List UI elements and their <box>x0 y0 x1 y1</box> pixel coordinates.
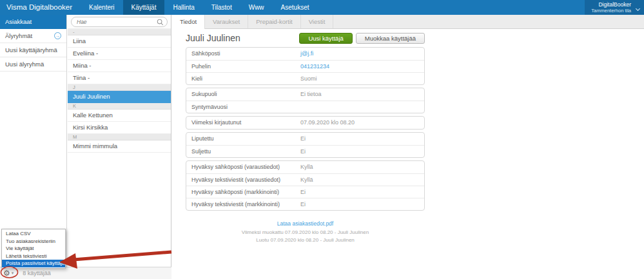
field-label: Syntymävuosi <box>186 101 300 113</box>
list-section-header: J <box>68 84 171 91</box>
menu-item-vie-kayttajat[interactable]: Vie käyttäjät <box>2 245 65 253</box>
new-user-button[interactable]: Uusi käyttäjä <box>299 33 352 44</box>
gear-icon: ⚙ <box>3 269 10 277</box>
field-group: LiputettuEiSuljettuEi <box>186 132 425 158</box>
sidebar-item-alyryhmat[interactable]: Älyryhmät→ <box>0 29 66 43</box>
field-label: Puhelin <box>186 61 300 72</box>
tab-viestit[interactable]: Viestit <box>301 15 334 28</box>
nav-item-asetukset[interactable]: Asetukset <box>273 0 318 15</box>
field-label: Hyväksy tekstiviestit (varaustiedot) <box>186 174 300 186</box>
circle-arrow-icon[interactable]: → <box>54 32 61 39</box>
field-row: Puhelin041231234 <box>186 60 424 72</box>
tab-varaukset[interactable]: Varaukset <box>205 15 248 28</box>
chevron-down-icon <box>636 6 640 11</box>
tab-bar: TiedotVarauksetPrepaid-kortitViestit <box>172 15 644 29</box>
field-row: Hyväksy sähköposti (markkinointi)Ei <box>186 186 424 198</box>
list-item-liina[interactable]: Liina <box>68 35 171 48</box>
menu-item-laheta-tekstiviesti[interactable]: Lähetä tekstiviesti <box>2 253 65 260</box>
field-value: Ei <box>300 198 306 210</box>
main-panel: TiedotVarauksetPrepaid-kortitViestit Juu… <box>172 15 644 279</box>
navbar-spacer <box>318 0 585 15</box>
field-value-link[interactable]: 041231234 <box>300 61 329 72</box>
field-value: Ei <box>300 186 306 198</box>
nav-item-kalenteri[interactable]: Kalenteri <box>81 0 122 15</box>
main-menu: KalenteriKäyttäjätHallintaTilastotWwwAse… <box>81 0 317 15</box>
field-label: Hyväksy sähköposti (varaustiedot) <box>186 161 300 173</box>
search-input-wrapper <box>71 17 168 27</box>
modified-line: Viimeksi muokattu 07.09.2020 klo 08.20 -… <box>186 229 425 236</box>
sidebar-item-label: Uusi käyttäjäryhmä <box>5 46 57 53</box>
field-group: SukupuoliEi tietoaSyntymävuosi <box>186 88 425 113</box>
tab-tiedot[interactable]: Tiedot <box>172 15 205 29</box>
field-group: Sähköpostij@j.fiPuhelin041231234KieliSuo… <box>186 47 425 85</box>
menu-item-poista-passiiviset-kayttajat[interactable]: Poista passiiviset käyttäjät <box>2 260 65 267</box>
list-section-header: - <box>68 29 171 35</box>
page-title: Juuli Juulinen <box>186 33 299 43</box>
field-row: Sähköpostij@j.fi <box>186 48 424 60</box>
gear-menu-button[interactable]: ⚙ ▾ <box>3 269 14 277</box>
field-group: Viimeksi kirjautunut07.09.2020 klo 08.20 <box>186 116 425 130</box>
account-name: DigitalBooker <box>591 1 631 8</box>
field-label: Sukupuoli <box>186 88 300 101</box>
list-section-header: K <box>68 103 171 110</box>
list-item-juuli-juulinen[interactable]: Juuli Juulinen <box>68 91 171 103</box>
detail-footer: Lataa asiakastiedot.pdf Viimeksi muokatt… <box>186 216 425 244</box>
nav-item-hallinta[interactable]: Hallinta <box>164 0 202 15</box>
field-row: SukupuoliEi tietoa <box>186 88 424 101</box>
field-value: Kyllä <box>300 174 313 186</box>
field-value: 07.09.2020 klo 08.20 <box>300 117 355 129</box>
field-label: Liputettu <box>186 133 300 145</box>
field-row: Hyväksy sähköposti (varaustiedot)Kyllä <box>186 161 424 173</box>
user-list-panel: -LiinaEveliina -Miina -Tiina -JJuuli Juu… <box>68 15 171 267</box>
top-navbar: Visma Digitalbooker KalenteriKäyttäjätHa… <box>0 0 644 15</box>
list-item-miina[interactable]: Miina - <box>68 60 171 72</box>
list-item-kirsi-kirsikka[interactable]: Kirsi Kirsikka <box>68 122 171 134</box>
search-icon[interactable] <box>156 18 164 26</box>
chevron-down-icon: ▾ <box>12 271 14 276</box>
field-row: SuljettuEi <box>186 145 424 157</box>
menu-item-lataa-csv[interactable]: Lataa CSV <box>2 230 65 238</box>
list-section-header: M <box>68 134 171 140</box>
field-label: Suljettu <box>186 146 300 157</box>
list-footer-bar: ⚙ ▾ 8 käyttäjää <box>0 267 171 279</box>
user-list: -LiinaEveliina -Miina -Tiina -JJuuli Juu… <box>68 29 171 153</box>
field-value: Ei <box>300 146 306 157</box>
list-item-mimmi-mimmula[interactable]: Mimmi mimmula <box>68 140 171 153</box>
account-menu[interactable]: DigitalBooker Tammenterhon tila <box>585 0 644 15</box>
download-pdf-link[interactable]: Lataa asiakastiedot.pdf <box>277 220 333 227</box>
menu-item-tuo-asiakasrekisteriin[interactable]: Tuo asiakasrekisteriin <box>2 238 65 245</box>
sidebar-item-label: Asiakkaat <box>5 18 32 25</box>
field-row: Hyväksy tekstiviestit (varaustiedot)Kyll… <box>186 173 424 186</box>
created-line: Luotu 07.09.2020 klo 08.20 - Juuli Juuli… <box>186 236 425 244</box>
sidebar-item-label: Älyryhmät <box>5 32 32 39</box>
detail-content: Juuli Juulinen Uusi käyttäjä Muokkaa käy… <box>172 29 430 244</box>
sidebar-item-label: Uusi älyryhmä <box>5 61 44 68</box>
search-input[interactable] <box>77 19 156 25</box>
field-row: LiputettuEi <box>186 133 424 145</box>
search-row <box>68 15 171 29</box>
field-row: KieliSuomi <box>186 72 424 84</box>
field-group: Hyväksy sähköposti (varaustiedot)KylläHy… <box>186 160 425 211</box>
field-value: Ei tietoa <box>300 88 322 101</box>
field-row: Viimeksi kirjautunut07.09.2020 klo 08.20 <box>186 117 424 129</box>
field-value: Ei <box>300 133 306 145</box>
list-item-tiina[interactable]: Tiina - <box>68 72 171 84</box>
list-item-eveliina[interactable]: Eveliina - <box>68 48 171 60</box>
nav-item-kayttajat[interactable]: Käyttäjät <box>123 0 165 15</box>
field-label: Sähköposti <box>186 48 300 60</box>
sidebar-item-uusi-kayttajaryhma[interactable]: Uusi käyttäjäryhmä <box>0 43 66 57</box>
nav-item-tilastot[interactable]: Tilastot <box>203 0 240 15</box>
list-item-kalle-kettunen[interactable]: Kalle Kettunen <box>68 110 171 122</box>
sidebar-item-uusi-alyryhma[interactable]: Uusi älyryhmä <box>0 57 66 72</box>
field-value: Kyllä <box>300 161 313 173</box>
tab-prepaid-kortit[interactable]: Prepaid-kortit <box>248 15 301 28</box>
edit-user-button[interactable]: Muokkaa käyttäjää <box>356 33 425 44</box>
nav-item-www[interactable]: Www <box>240 0 273 15</box>
field-value: Suomi <box>300 73 317 84</box>
field-value-link[interactable]: j@j.fi <box>300 48 313 60</box>
field-label: Hyväksy tekstiviestit (markkinointi) <box>186 198 300 210</box>
field-row: Syntymävuosi <box>186 101 424 113</box>
gear-context-menu: Lataa CSVTuo asiakasrekisteriinVie käytt… <box>1 229 66 269</box>
sidebar-item-asiakkaat[interactable]: Asiakkaat <box>0 15 66 29</box>
field-label: Kieli <box>186 73 300 84</box>
